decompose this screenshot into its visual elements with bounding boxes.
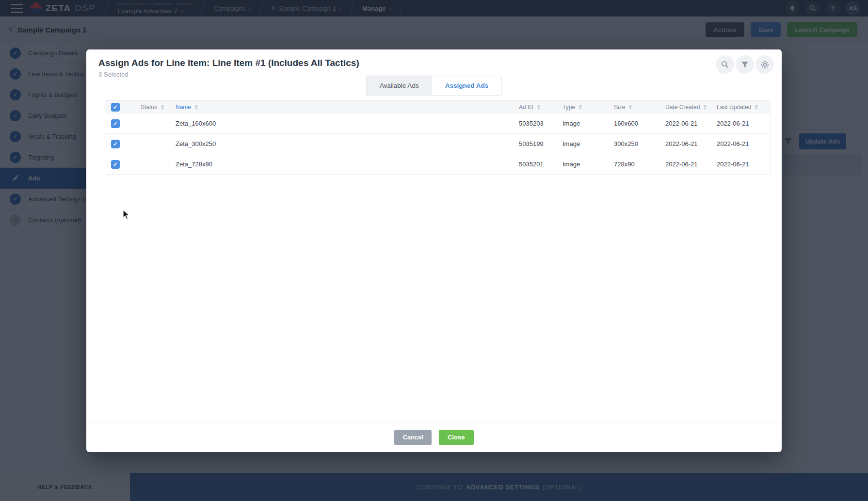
sort-icon — [579, 105, 582, 110]
selection-count: 3 Selected — [98, 71, 128, 78]
date-created: 2022-06-21 — [660, 120, 711, 127]
modal-tabs: Available Ads Assigned Ads — [366, 76, 502, 96]
tab-available-ads[interactable]: Available Ads — [367, 76, 432, 95]
column-label: Name — [176, 104, 191, 111]
check-icon: ✓ — [113, 141, 118, 147]
ad-name: Zeta_728x90 — [170, 161, 514, 168]
ad-type: Image — [557, 161, 609, 168]
assign-ads-modal: Assign Ads for Line Item: Line Item #1 (… — [86, 49, 782, 452]
sort-icon — [161, 105, 164, 110]
tab-label: Assigned Ads — [445, 82, 489, 89]
ad-id: 5035199 — [514, 140, 557, 147]
sort-icon — [537, 105, 540, 110]
tab-label: Available Ads — [380, 82, 419, 89]
filter-icon[interactable] — [736, 55, 754, 74]
table-row[interactable]: ✓ Zeta_300x250 5035199 Image 300x250 202… — [105, 134, 770, 154]
ad-size: 160x600 — [609, 120, 660, 127]
ad-name: Zeta_300x250 — [170, 140, 514, 147]
table-row[interactable]: ✓ Zeta_160x600 5035203 Image 160x600 202… — [105, 113, 770, 134]
row-checkbox[interactable]: ✓ — [111, 160, 120, 169]
column-ad-id[interactable]: Ad ID — [514, 104, 557, 111]
table-row[interactable]: ✓ Zeta_728x90 5035201 Image 728x90 2022-… — [105, 154, 770, 175]
date-created: 2022-06-21 — [660, 140, 711, 147]
assigned-ads-table: ✓ Status Name Ad ID Type — [105, 100, 771, 175]
check-icon: ✓ — [113, 120, 118, 127]
column-status[interactable]: Status — [135, 104, 170, 111]
ad-name: Zeta_160x600 — [170, 120, 514, 127]
mouse-cursor — [123, 210, 131, 222]
table-header: ✓ Status Name Ad ID Type — [105, 100, 770, 113]
column-label: Status — [141, 104, 157, 111]
column-last-updated[interactable]: Last Updated — [711, 104, 770, 111]
sort-icon — [629, 105, 632, 110]
column-label: Last Updated — [717, 104, 751, 111]
column-label: Type — [563, 104, 575, 111]
select-all-checkbox[interactable]: ✓ — [111, 103, 120, 112]
last-updated: 2022-06-21 — [711, 140, 770, 147]
ad-type: Image — [557, 120, 609, 127]
column-name[interactable]: Name — [170, 104, 514, 111]
search-icon[interactable] — [716, 55, 734, 74]
last-updated: 2022-06-21 — [711, 120, 770, 127]
row-checkbox[interactable]: ✓ — [111, 119, 120, 128]
ad-size: 300x250 — [609, 140, 660, 147]
ad-id: 5035203 — [514, 120, 557, 127]
ad-type: Image — [557, 140, 609, 147]
gear-icon[interactable] — [755, 55, 774, 74]
column-label: Ad ID — [519, 104, 533, 111]
sort-icon — [195, 105, 198, 110]
date-created: 2022-06-21 — [660, 161, 711, 168]
column-date-created[interactable]: Date Created — [660, 104, 711, 111]
column-size[interactable]: Size — [609, 104, 660, 111]
tab-assigned-ads[interactable]: Assigned Ads — [432, 76, 502, 95]
check-icon: ✓ — [113, 161, 118, 168]
ad-id: 5035201 — [514, 161, 557, 168]
modal-title: Assign Ads for Line Item: Line Item #1 (… — [98, 58, 359, 68]
close-button[interactable]: Close — [439, 430, 473, 445]
column-type[interactable]: Type — [557, 104, 609, 111]
modal-footer: Cancel Close — [86, 422, 782, 452]
column-label: Date Created — [665, 104, 700, 111]
sort-icon — [704, 105, 707, 110]
check-icon: ✓ — [113, 104, 118, 111]
last-updated: 2022-06-21 — [711, 161, 770, 168]
sort-icon — [755, 105, 758, 110]
application-window: ZETA DSP SMART PROJECTS (VARIABLE MARGIN… — [0, 0, 868, 501]
modal-toolbar — [716, 55, 774, 74]
row-checkbox[interactable]: ✓ — [111, 140, 120, 148]
cancel-button[interactable]: Cancel — [394, 430, 432, 445]
column-label: Size — [614, 104, 625, 111]
ad-size: 728x90 — [609, 161, 660, 168]
